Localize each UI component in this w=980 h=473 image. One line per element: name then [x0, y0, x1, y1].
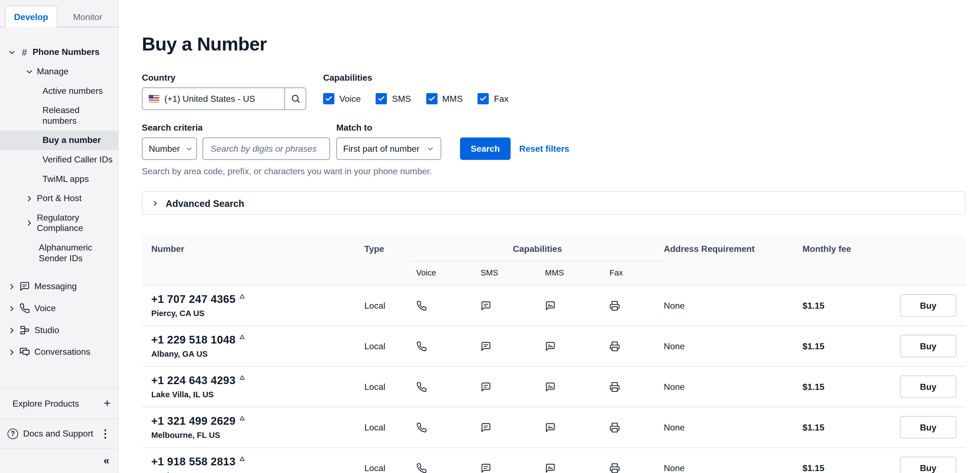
sms-capability-icon: [480, 300, 492, 311]
sidebar-item-verified-caller-ids[interactable]: Verified Caller IDs: [0, 150, 118, 169]
tab-monitor[interactable]: Monitor: [62, 5, 113, 27]
triangle-icon: [239, 456, 245, 462]
sidebar-item-active-numbers[interactable]: Active numbers: [0, 81, 118, 101]
sidebar-item-regulatory-compliance[interactable]: Regulatory Compliance: [0, 208, 118, 238]
voice-capability-icon: [416, 341, 427, 352]
collapse-sidebar-button[interactable]: «: [0, 448, 118, 473]
advanced-search-toggle[interactable]: Advanced Search: [142, 191, 966, 215]
sms-capability-icon: [480, 422, 492, 433]
voice-capability-icon: [416, 300, 427, 311]
sidebar-item-label: Voice: [34, 303, 113, 314]
reset-filters-link[interactable]: Reset filters: [519, 138, 569, 160]
checkbox-label: SMS: [392, 94, 411, 104]
monthly-fee: $1.15: [802, 341, 884, 351]
subcol-sms: SMS: [476, 262, 540, 285]
sidebar-item-label: Conversations: [34, 347, 113, 357]
buy-button[interactable]: Buy: [900, 294, 956, 317]
fax-capability-icon: [609, 341, 620, 352]
sidebar-item-released-numbers[interactable]: Released numbers: [0, 101, 118, 130]
buy-button[interactable]: Buy: [900, 457, 956, 473]
triangle-icon: [239, 375, 245, 380]
checkbox-checked-icon: [376, 93, 387, 104]
country-label: Country: [142, 72, 306, 82]
number-location: Mcalester, OK US: [151, 471, 364, 473]
tab-develop[interactable]: Develop: [5, 5, 57, 27]
sidebar-item-phone-numbers[interactable]: # Phone Numbers: [0, 43, 118, 62]
sms-capability-icon: [480, 463, 492, 473]
search-input[interactable]: [203, 138, 330, 160]
search-help-text: Search by area code, prefix, or characte…: [142, 166, 966, 176]
phone-number: +1 321 499 2629: [151, 415, 364, 428]
sidebar-item-label: Active numbers: [43, 86, 113, 96]
sidebar-item-port-host[interactable]: Port & Host: [0, 189, 118, 208]
country-select[interactable]: (+1) United States - US: [142, 88, 285, 109]
page-title: Buy a Number: [142, 34, 966, 55]
checkbox-label: Voice: [339, 94, 361, 104]
sidebar-item-label: TwiML apps: [43, 174, 113, 184]
col-type: Type: [364, 244, 411, 262]
number-type: Local: [364, 300, 411, 310]
number-type: Local: [364, 341, 411, 351]
country-search-button[interactable]: [285, 88, 305, 109]
number-location: Albany, GA US: [151, 349, 364, 359]
overflow-menu-icon[interactable]: ⋮: [100, 427, 111, 440]
address-requirement: None: [664, 382, 802, 392]
results-table: Number Type Capabilities Address Require…: [142, 235, 966, 473]
conversations-icon: [19, 347, 30, 357]
col-capabilities: Capabilities: [411, 244, 664, 262]
phone-number: +1 918 558 2813: [151, 456, 364, 468]
advanced-search-label: Advanced Search: [165, 198, 244, 208]
question-icon: ?: [7, 428, 18, 439]
checkbox-mms[interactable]: MMS: [426, 93, 463, 104]
phone-number: +1 224 643 4293: [151, 374, 364, 387]
buy-button[interactable]: Buy: [900, 335, 956, 357]
buy-button[interactable]: Buy: [900, 375, 956, 398]
fax-capability-icon: [609, 422, 620, 433]
country-select-value: (+1) United States - US: [164, 94, 255, 104]
match-to-group: Match to First part of number: [336, 122, 441, 160]
explore-products-button[interactable]: Explore Products +: [0, 387, 118, 419]
voice-capability-icon: [416, 422, 427, 433]
sidebar-item-label: Phone Numbers: [32, 47, 113, 58]
capabilities-checkboxes: Voice SMS MMS Fax: [323, 87, 508, 110]
criteria-type-select[interactable]: Number: [142, 138, 197, 160]
sidebar-item-voice[interactable]: Voice: [0, 298, 118, 318]
phone-number: +1 229 518 1048: [151, 333, 364, 347]
checkbox-voice[interactable]: Voice: [323, 93, 361, 104]
chevron-right-icon: [25, 194, 34, 203]
search-button[interactable]: Search: [460, 138, 511, 160]
chevron-down-icon: [185, 144, 193, 153]
sidebar-item-buy-a-number[interactable]: Buy a number: [0, 130, 118, 150]
sidebar-item-manage[interactable]: Manage: [0, 62, 118, 81]
match-to-value: First part of number: [343, 144, 420, 154]
search-icon: [290, 94, 300, 104]
filters-row-2: Search criteria Number Match to First pa…: [142, 122, 966, 160]
sidebar-item-conversations[interactable]: Conversations: [0, 343, 118, 362]
sidebar-item-messaging[interactable]: Messaging: [0, 277, 118, 296]
sidebar-item-label: Released numbers: [43, 105, 113, 126]
plus-icon[interactable]: +: [104, 397, 111, 410]
checkbox-sms[interactable]: SMS: [376, 93, 411, 104]
chevron-right-icon: [7, 282, 16, 291]
criteria-type-value: Number: [149, 144, 180, 154]
sidebar-item-alphanumeric-sender-ids[interactable]: Alphanumeric Sender IDs: [0, 238, 118, 268]
mms-capability-icon: [545, 422, 555, 433]
chevron-right-icon: [25, 219, 34, 227]
checkbox-checked-icon: [426, 93, 437, 104]
sms-capability-icon: [480, 341, 492, 352]
sidebar-item-label: Alphanumeric Sender IDs: [39, 242, 113, 263]
docs-and-support-button[interactable]: ? Docs and Support ⋮: [0, 418, 118, 448]
mms-capability-icon: [545, 300, 555, 311]
buy-button[interactable]: Buy: [900, 416, 956, 438]
match-to-select[interactable]: First part of number: [336, 138, 441, 160]
number-location: Piercy, CA US: [151, 309, 364, 318]
mms-capability-icon: [545, 382, 555, 392]
voice-capability-icon: [416, 463, 427, 473]
checkbox-fax[interactable]: Fax: [478, 93, 508, 104]
sidebar-item-studio[interactable]: Studio: [0, 321, 118, 340]
subcol-voice: Voice: [411, 262, 476, 285]
table-row: +1 918 558 2813 Mcalester, OK US Local N…: [142, 448, 966, 473]
hash-icon: #: [19, 47, 29, 58]
checkbox-label: Fax: [494, 94, 508, 104]
sidebar-item-twiml-apps[interactable]: TwiML apps: [0, 169, 118, 189]
